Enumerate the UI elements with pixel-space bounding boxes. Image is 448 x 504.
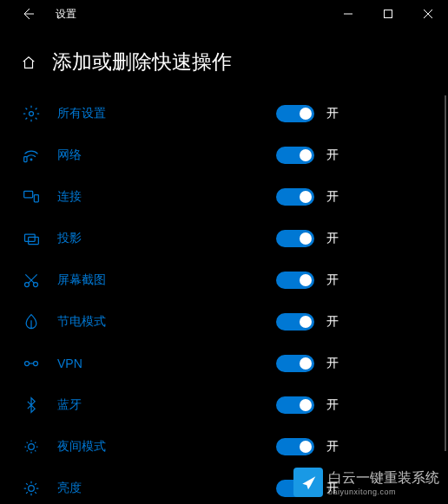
leaf-icon	[21, 311, 42, 332]
svg-point-10	[25, 362, 30, 366]
row-label: 蓝牙	[57, 397, 82, 413]
row-label: 亮度	[57, 481, 82, 496]
toggle-state-label: 开	[326, 272, 339, 288]
svg-point-11	[34, 362, 38, 366]
row-label: 夜间模式	[57, 439, 106, 455]
page-title: 添加或删除快速操作	[52, 49, 232, 75]
toggle-vpn[interactable]	[276, 355, 314, 372]
toggle-screenshot[interactable]	[276, 272, 314, 289]
row-network: 网络 开	[21, 134, 434, 176]
row-vpn: VPN 开	[21, 343, 434, 384]
row-label: 所有设置	[57, 106, 106, 121]
toggle-bluetooth[interactable]	[276, 396, 314, 414]
toggle-state-label: 开	[326, 106, 339, 121]
window-title: 设置	[56, 7, 76, 22]
watermark-text: 白云一键重装系统	[328, 469, 439, 488]
svg-rect-6	[25, 234, 36, 241]
svg-rect-0	[385, 10, 392, 18]
row-project: 投影 开	[21, 218, 434, 259]
minimize-icon	[344, 10, 352, 18]
row-connect: 连接 开	[21, 176, 434, 218]
row-label: 投影	[57, 231, 82, 246]
toggle-network[interactable]	[276, 147, 314, 164]
row-label: VPN	[57, 357, 82, 370]
night-light-icon	[21, 436, 42, 457]
connect-icon	[21, 187, 42, 207]
project-icon	[21, 228, 42, 249]
quick-actions-list: 所有设置 开 网络 开 连接 开 投影 开	[0, 93, 448, 504]
minimize-button[interactable]	[328, 0, 368, 28]
toggle-state-label: 开	[326, 439, 339, 455]
back-button[interactable]	[14, 7, 42, 21]
brightness-icon	[21, 478, 42, 499]
close-icon	[424, 10, 432, 18]
svg-point-1	[30, 112, 34, 116]
toggle-state-label: 开	[326, 314, 339, 330]
svg-rect-4	[24, 191, 33, 198]
home-button[interactable]	[21, 55, 36, 70]
svg-rect-5	[34, 195, 38, 202]
toggle-battery-saver[interactable]	[276, 313, 314, 331]
row-battery-saver: 节电模式 开	[21, 301, 434, 343]
maximize-button[interactable]	[368, 0, 408, 28]
toggle-project[interactable]	[276, 230, 314, 247]
vpn-icon	[21, 353, 42, 374]
watermark-logo-icon	[293, 468, 323, 497]
toggle-state-label: 开	[326, 397, 339, 413]
maximize-icon	[384, 10, 392, 18]
row-label: 屏幕截图	[57, 272, 106, 288]
svg-point-13	[29, 486, 35, 492]
svg-rect-7	[29, 237, 39, 244]
toggle-connect[interactable]	[276, 188, 314, 206]
row-screenshot: 屏幕截图 开	[21, 259, 434, 301]
row-night-light: 夜间模式 开	[21, 426, 434, 468]
toggle-state-label: 开	[326, 147, 339, 163]
window-controls	[328, 0, 448, 28]
svg-rect-3	[24, 157, 27, 162]
titlebar: 设置	[0, 0, 448, 28]
home-icon	[21, 55, 36, 70]
snip-icon	[21, 270, 42, 291]
watermark-sub: baiyunxitong.com	[328, 488, 439, 496]
close-button[interactable]	[408, 0, 448, 28]
row-label: 节电模式	[57, 314, 106, 330]
row-label: 连接	[57, 189, 82, 205]
bluetooth-icon	[21, 395, 42, 416]
watermark: 白云一键重装系统 baiyunxitong.com	[293, 468, 439, 497]
toggle-state-label: 开	[326, 231, 339, 246]
svg-point-2	[30, 159, 32, 160]
row-bluetooth: 蓝牙 开	[21, 384, 434, 426]
toggle-all-settings[interactable]	[276, 105, 314, 122]
gear-icon	[21, 103, 42, 124]
toggle-state-label: 开	[326, 189, 339, 205]
arrow-left-icon	[21, 7, 35, 21]
toggle-night-light[interactable]	[276, 438, 314, 455]
row-label: 网络	[57, 147, 82, 163]
svg-point-12	[29, 444, 35, 450]
row-all-settings: 所有设置 开	[21, 93, 434, 134]
toggle-state-label: 开	[326, 356, 339, 371]
scrollbar[interactable]	[445, 95, 446, 451]
wifi-icon	[21, 145, 42, 166]
page-header: 添加或删除快速操作	[0, 28, 448, 93]
